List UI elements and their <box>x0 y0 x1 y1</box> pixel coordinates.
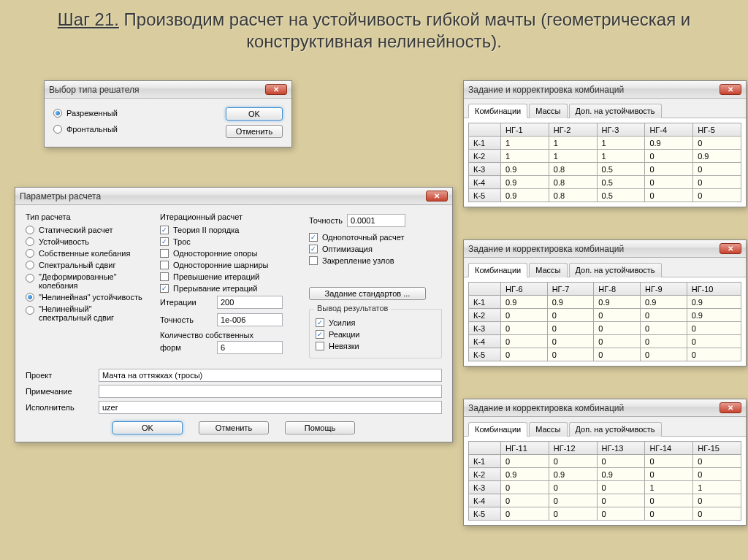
cell[interactable]: 0.9 <box>547 296 594 309</box>
cell[interactable]: 0 <box>501 507 549 521</box>
cell[interactable]: 0.9 <box>501 163 549 176</box>
titlebar[interactable]: Параметры расчета ✕ <box>15 188 452 205</box>
cell[interactable]: 0.9 <box>594 296 641 309</box>
cell[interactable]: 0 <box>549 507 597 521</box>
help-button[interactable]: Помощь <box>285 421 355 434</box>
tab-stability[interactable]: Доп. на устойчивость <box>569 422 662 437</box>
check-optimization[interactable]: Оптимизация <box>309 245 442 253</box>
radio-spectral[interactable]: Спектральный сдвиг <box>26 261 150 269</box>
titlebar[interactable]: Задание и корректировка комбинаций ✕ <box>464 81 746 99</box>
table-row[interactable]: К-211100.9 <box>469 150 741 163</box>
cell[interactable]: 0.9 <box>645 137 693 150</box>
cell[interactable]: 0 <box>687 348 741 361</box>
cell[interactable]: 0 <box>645 189 693 202</box>
cell[interactable]: 0 <box>645 176 693 189</box>
cell[interactable]: 0 <box>597 481 645 494</box>
cell[interactable]: 0 <box>501 481 549 494</box>
cell[interactable]: 0 <box>693 507 741 521</box>
cell[interactable]: 0 <box>693 189 741 202</box>
cell[interactable]: 0 <box>693 163 741 176</box>
cell[interactable]: 0.5 <box>597 163 645 176</box>
cancel-button[interactable]: Отменить <box>226 125 283 138</box>
cell[interactable]: 0.9 <box>501 176 549 189</box>
table-row[interactable]: К-300011 <box>469 481 741 494</box>
radio-nonlinear-stability[interactable]: "Нелинейная" устойчивость <box>26 293 150 302</box>
cell[interactable]: 0.9 <box>501 296 548 309</box>
tab-combinations[interactable]: Комбинации <box>468 263 527 277</box>
table-row[interactable]: К-50.90.80.500 <box>469 189 741 202</box>
check-iter-excess[interactable]: Превышение итераций <box>160 272 299 281</box>
cell[interactable]: 0 <box>693 137 741 150</box>
cell[interactable]: 0.9 <box>641 296 687 309</box>
cell[interactable]: 0 <box>547 348 594 361</box>
tab-stability[interactable]: Доп. на устойчивость <box>569 263 662 277</box>
note-input[interactable] <box>99 385 442 398</box>
cell[interactable]: 0 <box>549 481 597 494</box>
cell[interactable]: 0 <box>687 322 741 335</box>
cell[interactable]: 1 <box>597 150 645 163</box>
cell[interactable]: 0.9 <box>693 150 741 163</box>
cancel-button[interactable]: Отменить <box>199 421 269 434</box>
cell[interactable]: 0.9 <box>549 468 597 481</box>
precision-input[interactable] <box>347 214 405 227</box>
cell[interactable]: 0.8 <box>549 163 597 176</box>
cell[interactable]: 0 <box>693 455 741 468</box>
cell[interactable]: 0 <box>645 507 693 521</box>
cell[interactable]: 0 <box>501 322 548 335</box>
cell[interactable]: 0 <box>693 176 741 189</box>
table-row[interactable]: К-40.90.80.500 <box>469 176 741 189</box>
cell[interactable]: 0 <box>501 455 549 468</box>
cell[interactable]: 0 <box>594 335 641 348</box>
check-forces[interactable]: Усилия <box>316 318 435 327</box>
radio-stability[interactable]: Устойчивость <box>26 237 150 246</box>
cell[interactable]: 0 <box>641 348 687 361</box>
close-icon[interactable]: ✕ <box>720 402 741 413</box>
cell[interactable]: 0 <box>645 468 693 481</box>
cell[interactable]: 0 <box>501 335 548 348</box>
cell[interactable]: 0 <box>645 494 693 507</box>
check-residuals[interactable]: Невязки <box>316 342 435 350</box>
cell[interactable]: 0.9 <box>687 296 741 309</box>
tab-masses[interactable]: Массы <box>529 104 567 118</box>
check-cable[interactable]: Трос <box>160 237 299 246</box>
cell[interactable]: 1 <box>501 150 549 163</box>
iter-precision-input[interactable] <box>217 313 283 326</box>
check-single-thread[interactable]: Однопоточный расчет <box>309 233 442 242</box>
table-row[interactable]: К-11110.90 <box>469 137 741 150</box>
iterations-input[interactable] <box>217 296 283 309</box>
check-oneside-hinges[interactable]: Односторонние шарниры <box>160 261 299 269</box>
user-input[interactable] <box>99 401 442 414</box>
cell[interactable]: 0.5 <box>597 176 645 189</box>
table-row[interactable]: К-300000 <box>469 322 741 335</box>
ok-button[interactable]: OK <box>226 107 283 120</box>
check-iter-break[interactable]: Прерывание итераций <box>160 284 299 293</box>
cell[interactable]: 0 <box>594 309 641 322</box>
cell[interactable]: 0.9 <box>597 468 645 481</box>
cell[interactable]: 0.8 <box>549 176 597 189</box>
close-icon[interactable]: ✕ <box>720 84 741 95</box>
check-reactions[interactable]: Реакции <box>316 330 435 339</box>
cell[interactable]: 0.8 <box>549 189 597 202</box>
cell[interactable]: 1 <box>597 137 645 150</box>
ok-button[interactable]: OK <box>112 421 183 434</box>
check-theory2[interactable]: Теория II порядка <box>160 226 299 234</box>
table-row[interactable]: К-500000 <box>469 348 741 361</box>
close-icon[interactable]: ✕ <box>426 191 448 202</box>
project-input[interactable] <box>99 369 442 382</box>
table-row[interactable]: К-20.90.90.900 <box>469 468 741 481</box>
cell[interactable]: 0.9 <box>501 189 549 202</box>
cell[interactable]: 0 <box>645 163 693 176</box>
cell[interactable]: 0 <box>597 507 645 521</box>
cell[interactable]: 0 <box>547 309 594 322</box>
cell[interactable]: 0 <box>687 335 741 348</box>
cell[interactable]: 0 <box>594 322 641 335</box>
radio-static[interactable]: Статический расчет <box>26 226 150 234</box>
close-icon[interactable]: ✕ <box>720 243 741 254</box>
radio-deformed[interactable]: "Деформированные"колебания <box>26 272 150 290</box>
cell[interactable]: 1 <box>549 137 597 150</box>
titlebar[interactable]: Задание и корректировка комбинаций ✕ <box>464 399 746 417</box>
combos-table-2[interactable]: НГ-6НГ-7НГ-8НГ-9НГ-10К-10.90.90.90.90.9К… <box>468 282 741 361</box>
table-row[interactable]: К-400000 <box>469 335 741 348</box>
radio-eigen[interactable]: Собственные колебания <box>26 249 150 258</box>
cell[interactable]: 0 <box>501 494 549 507</box>
